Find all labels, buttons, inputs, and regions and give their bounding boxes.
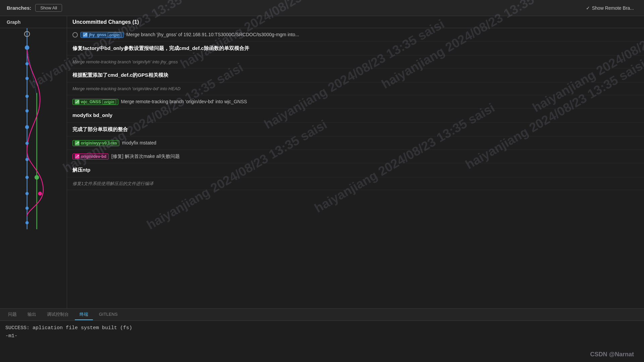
commit-message: Merge remote-tracking branch 'origin/dev… bbox=[121, 98, 247, 105]
commit-row[interactable]: 解压ntp bbox=[67, 163, 644, 177]
origin-tag: origin bbox=[108, 33, 121, 37]
svg-point-15 bbox=[25, 206, 29, 210]
commit-message-secondary: 修复1文件系统使用解压后的文件进行编译 bbox=[72, 180, 153, 187]
commit-row[interactable]: 修复factory中bd_only参数设置报错问题，完成cmd_def.c除函数… bbox=[67, 42, 644, 56]
bottom-panel: 问题 输出 调试控制台 终端 GITLENS SUCCESS: aplicati… bbox=[0, 308, 644, 362]
commit-message: [修复] 解决首次make all失败问题 bbox=[111, 153, 180, 160]
commits-column: Uncommitted Changes (1) ⎇ jhy_gnss origi… bbox=[67, 16, 644, 308]
svg-point-6 bbox=[25, 95, 29, 98]
commit-message: modyfix mstated bbox=[122, 139, 156, 146]
commit-row[interactable]: 完成了部分单双模的整合 bbox=[67, 123, 644, 137]
header-bar: Branches: Show All ✓ Show Remote Bra... bbox=[0, 0, 644, 16]
tab-bar: 问题 输出 调试控制台 终端 GITLENS bbox=[0, 309, 644, 321]
svg-point-13 bbox=[38, 192, 42, 196]
svg-point-9 bbox=[25, 142, 29, 145]
terminal-content: SUCCESS: aplication file system built (f… bbox=[0, 321, 644, 362]
git-graph-svg bbox=[0, 28, 67, 229]
commit-row[interactable]: 根据配置添加了cmd_def.c的GPS相关模块 bbox=[67, 68, 644, 82]
commit-message: Merge branch 'jhy_gnss' of 192.168.91.10… bbox=[126, 31, 299, 38]
main-area: Graph bbox=[0, 16, 644, 308]
terminal-line-1: SUCCESS: aplication file system built (f… bbox=[5, 324, 639, 332]
commit-row[interactable]: ⎇ origin/dev-bd [修复] 解决首次make all失败问题 bbox=[67, 150, 644, 163]
branches-label: Branches: bbox=[7, 5, 31, 11]
tab-problems[interactable]: 问题 bbox=[3, 309, 21, 320]
commit-message-bold: 根据配置添加了cmd_def.c的GPS相关模块 bbox=[72, 71, 168, 79]
commit-row[interactable]: Merge remote-tracking branch 'origin/lyh… bbox=[67, 56, 644, 69]
branch-name: origin/dev-bd bbox=[81, 154, 106, 159]
branch-icon: ⎇ bbox=[83, 33, 88, 37]
commit-row[interactable]: ⎇ jhy_gnss origin Merge branch 'jhy_gnss… bbox=[67, 28, 644, 42]
graph-title: Graph bbox=[7, 19, 20, 25]
uncommitted-changes-text: Uncommitted Changes (1) bbox=[72, 19, 139, 25]
tab-terminal[interactable]: 终端 bbox=[75, 309, 93, 320]
branch-name: wjc_GNSS bbox=[81, 100, 101, 104]
svg-point-3 bbox=[25, 46, 29, 50]
terminal-line-2: -m1- bbox=[5, 332, 639, 340]
branch-badge-dev-bd[interactable]: ⎇ origin/dev-bd bbox=[72, 154, 109, 160]
svg-point-8 bbox=[25, 125, 29, 129]
tab-debug-console[interactable]: 调试控制台 bbox=[42, 309, 73, 320]
uncommitted-changes-header: Uncommitted Changes (1) bbox=[67, 16, 644, 28]
tab-gitlens[interactable]: GITLENS bbox=[94, 310, 122, 319]
graph-column: Graph bbox=[0, 16, 67, 308]
svg-point-16 bbox=[25, 221, 29, 225]
checkmark-icon: ✓ bbox=[586, 5, 590, 11]
circle-indicator bbox=[72, 32, 78, 38]
svg-point-7 bbox=[25, 109, 29, 113]
branch-badge-jhy-gnss[interactable]: ⎇ jhy_gnss origin bbox=[80, 32, 124, 38]
svg-point-11 bbox=[35, 175, 39, 180]
commit-row[interactable]: ⎇ wjc_GNSS origin Merge remote-tracking … bbox=[67, 95, 644, 109]
branch-name: jhy_gnss bbox=[89, 33, 106, 37]
show-remote-branch: ✓ Show Remote Bra... bbox=[586, 5, 634, 11]
svg-line-17 bbox=[27, 48, 37, 96]
show-all-button[interactable]: Show All bbox=[35, 4, 62, 12]
branch-badge-wjc-gnss[interactable]: ⎇ wjc_GNSS origin bbox=[72, 99, 118, 105]
commit-message-secondary: Merge remote-tracking branch 'origin/lyh… bbox=[72, 59, 178, 65]
branch-name: origin/wyy-v0.1-tes bbox=[81, 141, 117, 145]
commit-row[interactable]: 修复1文件系统使用解压后的文件进行编译 bbox=[67, 177, 644, 190]
branch-icon: ⎇ bbox=[75, 141, 79, 145]
branch-icon: ⎇ bbox=[75, 100, 79, 104]
commit-row[interactable]: Merge remote-tracking branch 'origin/dev… bbox=[67, 82, 644, 96]
commit-message-bold: 修复factory中bd_only参数设置报错问题，完成cmd_def.c除函数… bbox=[72, 45, 249, 52]
commit-message-secondary: Merge remote-tracking branch 'origin/dev… bbox=[72, 85, 180, 92]
branch-badge-wyy[interactable]: ⎇ origin/wyy-v0.1-tes bbox=[72, 140, 119, 146]
origin-tag: origin bbox=[102, 100, 116, 104]
tab-output[interactable]: 输出 bbox=[23, 309, 41, 320]
commit-message-bold: 完成了部分单双模的整合 bbox=[72, 126, 128, 133]
svg-point-5 bbox=[25, 77, 29, 80]
commit-row[interactable]: ⎇ origin/wyy-v0.1-tes modyfix mstated bbox=[67, 136, 644, 150]
show-remote-label: Show Remote Bra... bbox=[592, 5, 634, 11]
branch-icon: ⎇ bbox=[75, 154, 79, 159]
svg-point-14 bbox=[25, 192, 29, 195]
graph-header: Graph bbox=[0, 16, 67, 28]
svg-point-10 bbox=[25, 158, 29, 161]
svg-point-12 bbox=[25, 176, 29, 179]
svg-point-4 bbox=[25, 62, 29, 66]
commit-message-bold: modyfix bd_only bbox=[72, 112, 112, 119]
commit-row[interactable]: modyfix bd_only bbox=[67, 109, 644, 123]
commit-message-bold: 解压ntp bbox=[72, 166, 90, 174]
